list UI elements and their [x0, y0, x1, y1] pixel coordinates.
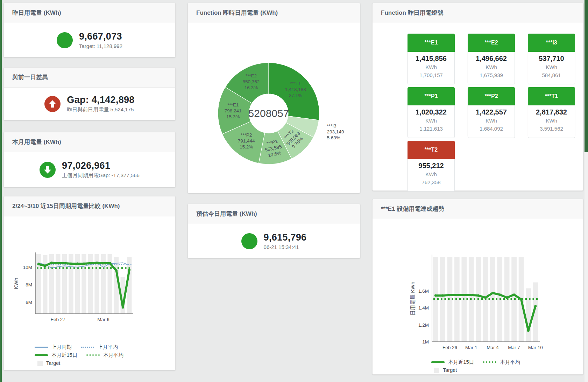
tile-body: 1,020,322KWh1,121,613 — [408, 105, 455, 138]
card-15day-comparison-title: 2/24~3/10 近15日同期用電量比較 (KWh) — [4, 196, 175, 216]
kpi-subtext: Target: 11,128,992 — [79, 43, 122, 49]
kpi-value: 9,615,796 — [264, 232, 307, 243]
status-tile-T2: ***T2955,212KWh762,358 — [408, 141, 455, 190]
card-month-usage: 本月用電量 (KWh) 97,026,961 上個月同期用電Gap: -17,3… — [3, 132, 176, 187]
status-circle-icon — [57, 32, 73, 48]
e1-chart-legend: 本月近15日本月平均Target — [431, 358, 583, 374]
tile-body: 1,496,662KWh1,675,939 — [468, 52, 515, 84]
card-realtime-donut-title: Function 即時日用電量 (KWh) — [188, 3, 360, 23]
svg-text:Feb 26: Feb 26 — [442, 345, 457, 350]
legend-item-0-1[interactable]: 上月平均 — [81, 344, 118, 350]
daily-usage-donut-chart[interactable]: ***T11,413,18327.1%***I3293,1495.63%***T… — [188, 23, 360, 193]
status-tiles-grid: ***E11,415,856KWh1,700,157***E21,496,662… — [408, 34, 583, 190]
legend-item-1-0[interactable]: Target — [431, 367, 457, 373]
legend-label: 本月平均 — [103, 352, 123, 359]
tile-target: 762,358 — [408, 178, 454, 186]
card-month-usage-title: 本月用電量 (KWh) — [4, 132, 175, 152]
legend-item-0-0[interactable]: 本月近15日 — [431, 359, 474, 366]
scrollbar-thumb[interactable] — [585, 0, 588, 152]
tile-body: 1,415,856KWh1,700,157 — [408, 52, 455, 84]
legend-swatch-icon — [37, 361, 43, 366]
arrow-down-circle-icon — [40, 162, 56, 178]
page-scrollbar[interactable] — [585, 0, 588, 382]
svg-text:Mar 10: Mar 10 — [528, 345, 543, 350]
svg-text:KWh: KWh — [13, 278, 19, 289]
legend-swatch-icon — [81, 347, 94, 348]
svg-text:6M: 6M — [26, 300, 32, 305]
kpi-value: 9,667,073 — [79, 31, 122, 42]
tile-body: 537,710KWh584,861 — [528, 52, 575, 84]
legend-label: 本月近15日 — [448, 359, 474, 366]
legend-item-0-0[interactable]: 上月同期 — [35, 344, 72, 350]
svg-text:Mar 1: Mar 1 — [465, 345, 477, 350]
tile-unit: KWh — [528, 63, 575, 71]
tile-label: ***E2 — [468, 34, 515, 52]
e1-trend-chart[interactable]: 1M1.2M1.4M1.6MFeb 26Mar 1Mar 4Mar 7Mar 1… — [373, 219, 583, 354]
card-yesterday-usage-title: 昨日用電量 (KWh) — [4, 3, 175, 23]
tile-body: 955,212KWh762,358 — [408, 159, 455, 192]
tile-body: 1,422,557KWh1,684,092 — [468, 105, 515, 138]
tile-target: 1,121,613 — [408, 125, 454, 133]
legend-swatch-icon — [434, 368, 439, 373]
kpi-subtext: 上個月同期用電Gap: -17,377,566 — [62, 172, 140, 179]
tile-value: 1,020,322 — [408, 107, 454, 117]
status-tile-P2: ***P21,422,557KWh1,684,092 — [468, 87, 515, 137]
card-prev-day-gap-title: 與前一日差異 — [4, 68, 175, 88]
tile-label: ***E1 — [408, 34, 455, 52]
tile-label: ***T1 — [528, 87, 575, 105]
legend-item-2-0[interactable]: Target — [35, 360, 60, 366]
tile-body: 2,817,832KWh3,591,562 — [528, 105, 575, 138]
legend-swatch-icon — [35, 347, 48, 348]
tile-label: ***P1 — [408, 87, 455, 105]
legend-label: Target — [443, 367, 457, 373]
svg-text:Mar 4: Mar 4 — [487, 345, 499, 350]
tile-target: 3,591,562 — [528, 125, 575, 133]
svg-text:1.6M: 1.6M — [418, 289, 429, 294]
card-yesterday-usage: 昨日用電量 (KWh) 9,667,073 Target: 11,128,992 — [3, 3, 176, 57]
card-realtime-donut: Function 即時日用電量 (KWh) ***T11,413,18327.1… — [187, 3, 360, 193]
card-estimate-today-title: 預估今日用電量 (KWh) — [188, 204, 360, 224]
status-tile-P1: ***P11,020,322KWh1,121,613 — [408, 87, 455, 137]
svg-text:Mar 6: Mar 6 — [97, 317, 109, 322]
tile-target: 1,700,157 — [408, 71, 454, 79]
legend-item-0-1[interactable]: 本月平均 — [483, 359, 520, 366]
tile-value: 537,710 — [528, 54, 575, 63]
tile-value: 955,212 — [408, 161, 454, 171]
tile-value: 1,422,557 — [468, 107, 515, 117]
legend-swatch-icon — [483, 361, 496, 363]
tile-unit: KWh — [468, 63, 515, 71]
svg-text:日用電量 KWh: 日用電量 KWh — [410, 282, 416, 315]
legend-label: 上月同期 — [51, 344, 72, 350]
card-prev-day-gap: 與前一日差異 Gap: 4,142,898 昨日與前日用電量 5,524,175 — [3, 67, 176, 120]
tile-target: 584,861 — [528, 71, 575, 79]
status-tile-T1: ***T12,817,832KWh3,591,562 — [528, 87, 575, 137]
svg-text:10M: 10M — [23, 265, 32, 270]
legend-swatch-icon — [35, 354, 48, 356]
card-status-lights-title: Function 昨日用電燈號 — [373, 3, 583, 23]
svg-text:8M: 8M — [26, 282, 32, 287]
legend-label: Target — [46, 360, 60, 366]
tile-label: ***T2 — [408, 141, 455, 159]
tile-target: 1,675,939 — [468, 71, 515, 79]
donut-center-total: 5208057 — [248, 107, 289, 119]
tile-value: 1,415,856 — [408, 54, 454, 63]
svg-text:Mar 7: Mar 7 — [508, 345, 520, 350]
card-estimate-today: 預估今日用電量 (KWh) 9,615,796 06-21 15:34:41 — [187, 204, 360, 258]
kpi-subtext: 昨日與前日用電量 5,524,175 — [67, 106, 134, 113]
comparison-trend-chart[interactable]: 6M8M10MFeb 27Mar 6KWh — [4, 216, 175, 332]
svg-text:***I3293,1495.63%: ***I3293,1495.63% — [327, 123, 344, 140]
legend-item-1-1[interactable]: 本月平均 — [86, 352, 123, 359]
comparison-chart-legend: 上月同期上月平均本月近15日本月平均Target — [35, 343, 175, 367]
kpi-value: 97,026,961 — [62, 160, 140, 171]
card-e1-trend: ***E1 設備用電達成趨勢 1M1.2M1.4M1.6MFeb 26Mar 1… — [372, 199, 583, 375]
arrow-up-circle-icon — [44, 96, 61, 112]
legend-item-1-0[interactable]: 本月近15日 — [35, 352, 77, 359]
tile-target: 1,684,092 — [468, 125, 515, 133]
card-15day-comparison: 2/24~3/10 近15日同期用電量比較 (KWh) 6M8M10MFeb 2… — [3, 196, 176, 370]
svg-text:Feb 27: Feb 27 — [51, 317, 65, 322]
tile-label: ***P2 — [468, 87, 515, 105]
left-edge-accent — [0, 0, 2, 382]
kpi-subtext: 06-21 15:34:41 — [264, 244, 307, 250]
tile-label: ***I3 — [528, 34, 575, 52]
status-tile-I3: ***I3537,710KWh584,861 — [528, 34, 575, 83]
